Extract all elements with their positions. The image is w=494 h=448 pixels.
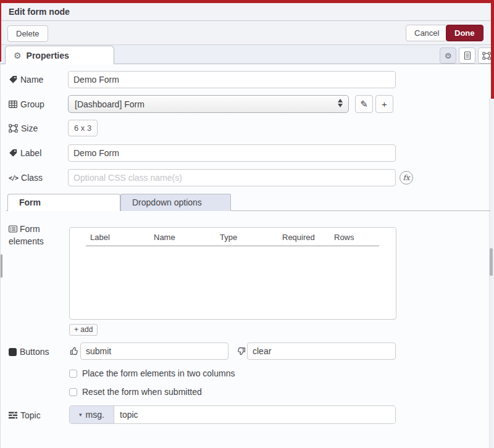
gear-icon: ⚙ [445, 51, 452, 60]
add-group-button[interactable]: + [375, 95, 393, 113]
two-columns-option: Place the form elements in two columns [69, 368, 235, 378]
buttons-row-label: Buttons [9, 347, 49, 357]
group-row-label: Group [9, 99, 44, 109]
add-element-button[interactable]: + add [69, 324, 98, 336]
group-label-text: Group [20, 99, 44, 109]
label-input[interactable] [68, 144, 396, 162]
thumbs-down-icon [237, 346, 246, 356]
size-label-text: Size [21, 123, 38, 133]
tag-icon [9, 149, 17, 157]
column-header-name: Name [154, 233, 175, 242]
class-row-label: </> Class [9, 173, 43, 183]
group-select[interactable]: [Dashboard] Form [68, 95, 349, 113]
frame-right-red-bar [491, 0, 494, 99]
object-group-icon [9, 124, 18, 133]
thumbs-up-icon [69, 346, 79, 356]
name-label-text: Name [20, 75, 43, 85]
buttons-label-text: Buttons [20, 347, 49, 357]
list-alt-icon [9, 225, 17, 233]
reset-label: Reset the form when submitted [82, 387, 202, 397]
tab-form[interactable]: Form [7, 194, 120, 211]
cancel-button[interactable]: Cancel [406, 25, 448, 41]
tasks-icon [9, 412, 17, 419]
reset-option: Reset the form when submitted [69, 387, 202, 397]
topic-row-label: Topic [9, 410, 41, 420]
group-selected-value: [Dashboard] Form [75, 99, 144, 109]
caret-down-icon: ▾ [79, 412, 82, 418]
dialog-title: Edit form node [0, 3, 494, 21]
description-view-button[interactable] [459, 48, 475, 64]
tab-properties-label: Properties [27, 51, 69, 60]
code-icon: </> [9, 175, 18, 181]
dialog-button-bar: Delete Cancel Done [0, 21, 494, 45]
delete-button[interactable]: Delete [7, 25, 48, 42]
label-label-text: Label [20, 148, 41, 158]
topic-value-input[interactable] [114, 406, 395, 423]
label-row-label: Label [9, 148, 41, 158]
frame-left-red-bar [0, 0, 1, 62]
right-scrollbar-thumb[interactable] [490, 248, 493, 276]
tag-icon [9, 75, 17, 84]
size-row-label: Size [9, 123, 38, 133]
form-elements-list: Label Name Type Required Rows [69, 227, 396, 320]
column-header-required: Required [282, 233, 315, 242]
column-header-rows: Rows [334, 233, 354, 242]
two-columns-label: Place the form elements in two columns [82, 368, 235, 378]
form-elements-row-label: Form elements [9, 223, 63, 247]
done-button[interactable]: Done [446, 25, 484, 41]
topic-typed-input: ▾ msg. [69, 405, 396, 424]
properties-view-button[interactable]: ⚙ [440, 48, 456, 64]
reset-checkbox[interactable] [69, 388, 77, 396]
gear-icon: ⚙ [14, 51, 22, 60]
column-header-type: Type [220, 233, 237, 242]
select-stepper-icon [338, 99, 343, 107]
square-icon [9, 348, 17, 356]
topic-type-select[interactable]: ▾ msg. [70, 406, 114, 423]
name-input[interactable] [68, 71, 396, 88]
plus-icon: + [382, 99, 387, 109]
class-input[interactable] [68, 169, 396, 186]
column-header-divider [86, 246, 379, 246]
frame-top-red-bar [0, 0, 494, 3]
fx-badge: fx [400, 171, 413, 185]
left-scrollbar-thumb[interactable] [1, 254, 2, 278]
two-columns-checkbox[interactable] [69, 370, 77, 378]
tab-properties[interactable]: ⚙ Properties [5, 46, 114, 64]
table-icon [9, 101, 17, 108]
object-group-icon [482, 52, 491, 60]
edit-form-node-dialog: Edit form node Delete Cancel Done ⚙ Prop… [0, 0, 494, 448]
size-button[interactable]: 6 x 3 [68, 120, 98, 136]
topic-type-label: msg. [86, 410, 104, 420]
edit-group-button[interactable]: ✎ [355, 95, 373, 113]
pencil-icon: ✎ [360, 99, 368, 110]
topic-label-text: Topic [20, 410, 41, 420]
tab-dropdown-options[interactable]: Dropdown options [120, 194, 231, 211]
document-icon [464, 51, 471, 60]
name-row-label: Name [9, 75, 43, 85]
clear-button-label-input[interactable] [247, 342, 396, 360]
column-header-label: Label [90, 233, 110, 242]
submit-button-label-input[interactable] [80, 342, 228, 360]
class-label-text: Class [21, 173, 43, 183]
